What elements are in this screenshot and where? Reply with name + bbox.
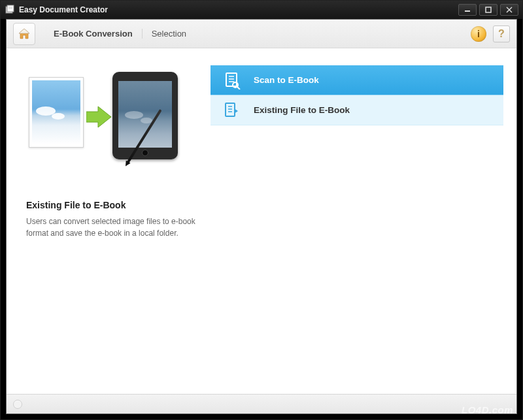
tablet-home-button-icon <box>142 150 148 156</box>
window-controls <box>458 4 518 16</box>
app-icon <box>5 5 15 15</box>
option-scan-to-ebook[interactable]: Scan to E-Book <box>211 65 503 95</box>
description-body: Users can convert selected image files t… <box>26 216 196 239</box>
help-button[interactable]: ? <box>493 25 510 42</box>
close-button[interactable] <box>500 4 518 16</box>
option-label: Scan to E-Book <box>254 75 319 85</box>
home-icon <box>17 27 31 41</box>
status-bar <box>7 394 516 413</box>
photo-sky-image <box>32 80 80 144</box>
svg-marker-10 <box>86 106 111 127</box>
watermark: LO4D.com <box>462 404 513 415</box>
file-to-ebook-icon <box>222 101 242 120</box>
window-frame: Easy Document Creator E-Book Conversion <box>0 0 523 420</box>
info-icon: i <box>477 29 480 39</box>
description-title: Existing File to E-Book <box>26 200 196 210</box>
minimize-button[interactable] <box>458 4 477 16</box>
photo-card <box>29 77 84 148</box>
options-list: Scan to E-Book Existing File to E-Book <box>211 65 503 387</box>
status-indicator-icon <box>13 400 22 409</box>
option-label: Existing File to E-Book <box>254 105 350 115</box>
left-column: Existing File to E-Book Users can conver… <box>26 65 203 387</box>
home-button[interactable] <box>13 23 35 45</box>
client-area: E-Book Conversion Selection i ? <box>6 19 517 414</box>
breadcrumb-section: E-Book Conversion <box>44 29 143 39</box>
title-bar: Easy Document Creator <box>1 1 522 19</box>
toolbar: E-Book Conversion Selection i ? <box>7 20 516 48</box>
svg-marker-21 <box>234 108 238 114</box>
svg-rect-5 <box>486 7 491 12</box>
content-area: Existing File to E-Book Users can conver… <box>7 48 516 394</box>
maximize-button[interactable] <box>479 4 498 16</box>
window-title: Easy Document Creator <box>19 5 458 14</box>
help-icon: ? <box>498 28 505 40</box>
description-block: Existing File to E-Book Users can conver… <box>26 200 203 239</box>
svg-marker-9 <box>19 29 29 33</box>
svg-rect-11 <box>226 73 237 86</box>
option-existing-file-to-ebook[interactable]: Existing File to E-Book <box>211 95 503 125</box>
svg-rect-17 <box>226 103 235 116</box>
scan-document-icon <box>222 71 242 90</box>
breadcrumb-step: Selection <box>143 29 195 39</box>
arrow-right-icon <box>86 106 112 131</box>
breadcrumb: E-Book Conversion Selection <box>44 29 195 39</box>
tablet-screen-image <box>118 81 172 148</box>
info-button[interactable]: i <box>471 26 486 42</box>
svg-line-16 <box>237 87 240 89</box>
tablet-device <box>112 72 178 159</box>
illustration <box>26 72 188 170</box>
